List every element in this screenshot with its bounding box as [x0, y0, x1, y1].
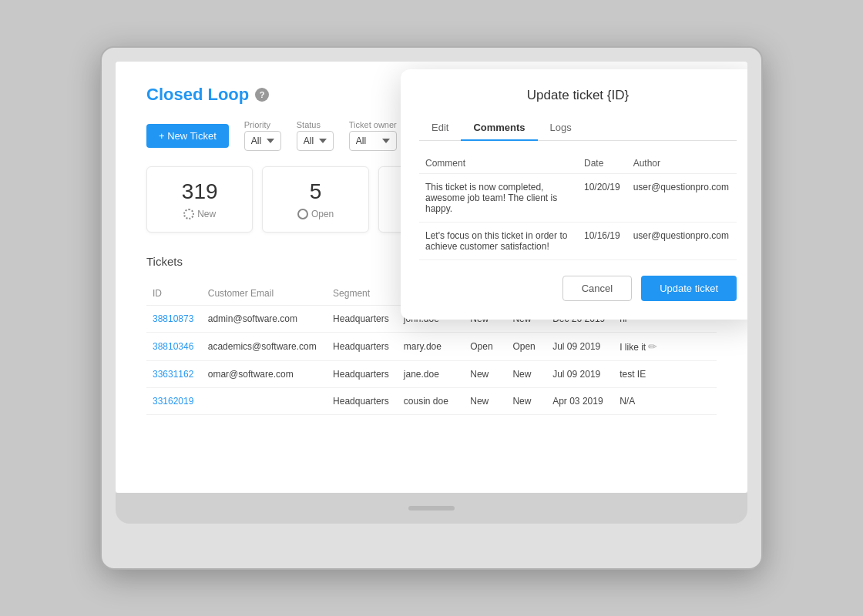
comment-row: This ticket is now completed, awesome jo… — [419, 174, 737, 223]
circle-dots-icon — [183, 209, 194, 219]
ticket-id-link[interactable]: 33162019 — [153, 396, 193, 407]
segment-cell: Headquarters — [327, 388, 398, 415]
stat-card-open: 5 Open — [262, 166, 368, 233]
table-row: 33162019Headquarterscousin doeNewNewApr … — [146, 388, 717, 415]
priority-cell: New — [464, 388, 506, 415]
status-filter-wrapper: Status All — [297, 120, 334, 151]
ticket-id-cell: 38810873 — [146, 306, 202, 333]
priority-label: Priority — [244, 120, 281, 129]
ticket-id-cell: 33631162 — [146, 361, 202, 388]
tickets-title: Tickets — [146, 255, 183, 268]
comments-table: CommentDateAuthor This ticket is now com… — [419, 153, 737, 260]
ticket-id-link[interactable]: 38810873 — [153, 313, 193, 324]
customer-email-cell: admin@software.com — [202, 306, 327, 333]
owner-cell: cousin doe — [398, 388, 464, 415]
segment-cell: Headquarters — [327, 361, 398, 388]
laptop-screen: Closed Loop ? + New Ticket Priority All … — [116, 62, 747, 493]
customer-email-cell — [202, 388, 327, 415]
priority-cell: New — [464, 361, 506, 388]
comments-cell: N/A — [613, 388, 717, 415]
col-header-id: ID — [146, 282, 202, 306]
table-row: 38810346academics@software.comHeadquarte… — [146, 333, 717, 361]
customer-email-cell: omar@software.com — [202, 361, 327, 388]
ticket-owner-select[interactable]: All — [349, 131, 397, 151]
status-cell: New — [506, 361, 546, 388]
laptop-notch — [408, 506, 455, 511]
modal-footer: Cancel Update ticket — [419, 276, 737, 301]
comment-text: Let's focus on this ticket in order to a… — [419, 223, 578, 260]
stat-number: 5 — [272, 179, 358, 204]
laptop-frame: Closed Loop ? + New Ticket Priority All … — [100, 46, 763, 570]
comment-text: This ticket is now completed, awesome jo… — [419, 174, 578, 223]
status-label: Status — [297, 120, 334, 129]
modal-tab-logs[interactable]: Logs — [538, 116, 584, 141]
comment-date: 10/20/19 — [578, 174, 627, 223]
stat-label: Open — [272, 209, 358, 219]
comment-author: user@questionpro.com — [627, 174, 737, 223]
priority-cell: Open — [464, 333, 506, 361]
modal-tab-comments[interactable]: Comments — [461, 116, 537, 141]
comment-col-author: Author — [627, 153, 737, 174]
status-cell: New — [506, 388, 546, 415]
ticket-id-cell: 33162019 — [146, 388, 202, 415]
status-select[interactable]: All — [297, 131, 334, 151]
laptop-base — [116, 493, 747, 524]
cancel-button[interactable]: Cancel — [562, 276, 632, 301]
comment-col-comment: Comment — [419, 153, 578, 174]
comment-date: 10/16/19 — [578, 223, 627, 260]
new-ticket-button[interactable]: + New Ticket — [146, 124, 229, 148]
priority-filter-wrapper: Priority All — [244, 120, 281, 151]
update-ticket-button[interactable]: Update ticket — [641, 276, 737, 301]
modal-tab-edit[interactable]: Edit — [419, 116, 461, 141]
comments-cell: test IE — [613, 361, 717, 388]
clock-icon — [297, 209, 308, 219]
comment-row: Let's focus on this ticket in order to a… — [419, 223, 737, 260]
modal-tabs: EditCommentsLogs — [419, 116, 737, 141]
reported-cell: Jul 09 2019 — [546, 361, 613, 388]
reported-cell: Jul 09 2019 — [546, 333, 613, 361]
comment-col-date: Date — [578, 153, 627, 174]
ticket-owner-filter-wrapper: Ticket owner All — [349, 120, 397, 151]
ticket-id-link[interactable]: 33631162 — [153, 369, 193, 380]
priority-select[interactable]: All — [244, 131, 281, 151]
segment-cell: Headquarters — [327, 306, 398, 333]
modal-card: Update ticket {ID} EditCommentsLogs Comm… — [401, 69, 747, 320]
comments-cell: I like it ✏ — [613, 333, 717, 361]
stat-card-new: 319 New — [146, 166, 253, 233]
table-row: 33631162omar@software.comHeadquartersjan… — [146, 361, 717, 388]
page-title: Closed Loop — [146, 85, 249, 105]
comment-author: user@questionpro.com — [627, 223, 737, 260]
stat-label: New — [156, 209, 243, 219]
col-header-customer-email: Customer Email — [202, 282, 327, 306]
customer-email-cell: academics@software.com — [202, 333, 327, 361]
col-header-segment: Segment — [327, 282, 398, 306]
ticket-id-link[interactable]: 38810346 — [153, 341, 193, 352]
segment-cell: Headquarters — [327, 333, 398, 361]
ticket-id-cell: 38810346 — [146, 333, 202, 361]
ticket-owner-label: Ticket owner — [349, 120, 397, 129]
help-icon[interactable]: ? — [255, 88, 269, 102]
owner-cell: jane.doe — [398, 361, 464, 388]
owner-cell: mary.doe — [398, 333, 464, 361]
status-cell: Open — [506, 333, 546, 361]
stat-number: 319 — [156, 179, 243, 204]
modal-title: Update ticket {ID} — [419, 88, 737, 103]
edit-icon[interactable]: ✏ — [648, 340, 657, 353]
reported-cell: Apr 03 2019 — [546, 388, 613, 415]
